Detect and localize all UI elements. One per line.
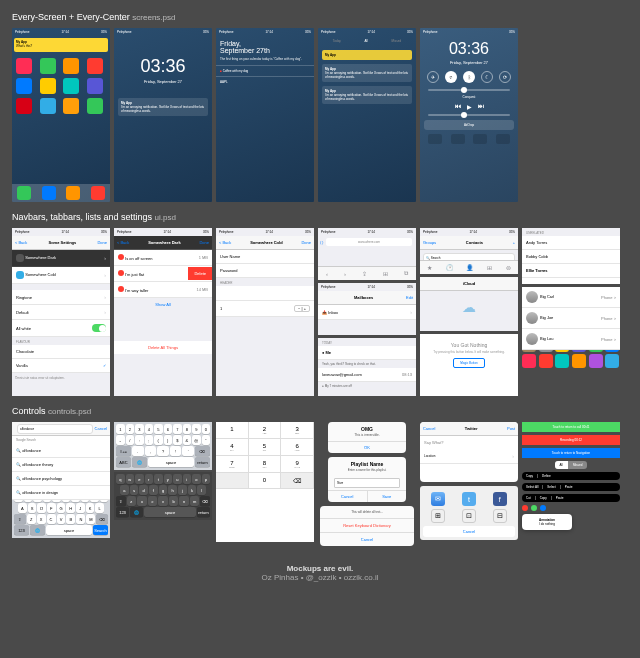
key[interactable]: N bbox=[76, 514, 85, 524]
select-action[interactable]: Select bbox=[543, 485, 560, 489]
add-button[interactable]: + bbox=[513, 240, 515, 245]
delete-button[interactable]: Delete bbox=[188, 267, 212, 280]
cancel-button[interactable]: Cancel bbox=[423, 526, 515, 537]
app-icon[interactable] bbox=[63, 58, 79, 74]
globe-key[interactable]: 🌐 bbox=[132, 457, 147, 467]
key[interactable]: J bbox=[76, 503, 85, 513]
space-key[interactable]: space bbox=[46, 525, 92, 535]
toggle-switch[interactable] bbox=[92, 324, 106, 332]
app-icon[interactable] bbox=[87, 98, 103, 114]
search-result[interactable]: 🔍 affordance theory bbox=[12, 458, 110, 472]
key[interactable]: x bbox=[137, 496, 147, 506]
numeric-key[interactable]: 123 bbox=[116, 507, 129, 517]
app-icon[interactable] bbox=[40, 98, 56, 114]
key[interactable]: : bbox=[135, 435, 144, 445]
voicemail-icon[interactable]: ⊚ bbox=[506, 264, 511, 271]
mail-share-icon[interactable]: ✉ bbox=[431, 492, 445, 506]
key[interactable]: 9 bbox=[192, 424, 201, 434]
globe-key[interactable]: 🌐 bbox=[30, 525, 45, 535]
keypad-icon[interactable]: ⊞ bbox=[487, 264, 492, 271]
keypad-5[interactable]: 5JKL bbox=[249, 439, 282, 455]
dock-icon[interactable] bbox=[17, 186, 31, 200]
action-icon[interactable]: ⊟ bbox=[493, 509, 507, 523]
key[interactable]: G bbox=[57, 503, 66, 513]
groups-button[interactable]: Groups bbox=[423, 240, 436, 245]
copy-action[interactable]: Copy bbox=[536, 496, 552, 500]
key[interactable]: b bbox=[169, 496, 179, 506]
key[interactable]: r bbox=[145, 474, 154, 484]
key[interactable]: 7 bbox=[173, 424, 182, 434]
key[interactable]: 6 bbox=[164, 424, 173, 434]
magic-button[interactable]: Magic Button bbox=[453, 358, 485, 368]
key[interactable]: d bbox=[139, 485, 148, 495]
key[interactable]: . bbox=[132, 446, 144, 456]
location-row[interactable]: Location› bbox=[420, 449, 518, 464]
return-key[interactable]: return bbox=[195, 457, 210, 467]
dock-icon[interactable] bbox=[42, 186, 56, 200]
contacts-icon[interactable]: 👤 bbox=[466, 264, 473, 271]
key[interactable]: 1 bbox=[116, 424, 125, 434]
globe-key[interactable]: 🌐 bbox=[130, 507, 143, 517]
app-icon[interactable] bbox=[63, 98, 79, 114]
done-button[interactable]: Done bbox=[97, 240, 107, 245]
reset-button[interactable]: Reset Keyboard Dictionary bbox=[320, 518, 414, 532]
backspace-key[interactable]: ⌫ bbox=[96, 514, 108, 524]
key[interactable]: l bbox=[197, 485, 206, 495]
mailbox-inbox[interactable]: 📥 Inbox› bbox=[318, 305, 416, 320]
post-button[interactable]: Post bbox=[507, 426, 515, 431]
home-notification-banner[interactable]: My AppWhat's this? bbox=[14, 38, 108, 52]
nc-calendar-item[interactable]: ■ Coffee with my dog bbox=[216, 65, 314, 76]
cancel-button[interactable]: Cancel bbox=[328, 491, 367, 502]
input-username[interactable]: User Name bbox=[216, 250, 314, 264]
slider[interactable] bbox=[220, 292, 300, 294]
lock-rotation-icon[interactable]: ⟳ bbox=[499, 71, 511, 83]
contact-row[interactable]: Andy Torres bbox=[522, 236, 620, 250]
key[interactable]: z bbox=[127, 496, 137, 506]
key[interactable]: m bbox=[190, 496, 200, 506]
keypad-9[interactable]: 9WXYZ bbox=[281, 456, 314, 472]
dnd-icon[interactable]: ☾ bbox=[481, 71, 493, 83]
backspace-key[interactable]: ⌫ bbox=[195, 446, 210, 456]
app-icon[interactable] bbox=[16, 78, 32, 94]
key[interactable]: u bbox=[173, 474, 182, 484]
brightness-slider[interactable] bbox=[428, 89, 510, 91]
next-icon[interactable]: ⏭ bbox=[478, 103, 484, 110]
symbols-key[interactable]: #+= bbox=[116, 446, 131, 456]
cancel-button[interactable]: Cancel bbox=[320, 532, 414, 546]
camera-icon[interactable] bbox=[496, 134, 510, 144]
tabs-icon[interactable]: ⧉ bbox=[404, 270, 408, 277]
airdrop-button[interactable]: AirDrop bbox=[424, 120, 514, 130]
seg-all[interactable]: All bbox=[555, 461, 568, 469]
key[interactable]: H bbox=[66, 503, 75, 513]
key[interactable]: g bbox=[159, 485, 168, 495]
key[interactable]: i bbox=[183, 474, 192, 484]
wifi-icon[interactable]: ᯤ bbox=[445, 71, 457, 83]
key[interactable]: M bbox=[86, 514, 95, 524]
calculator-icon[interactable] bbox=[473, 134, 487, 144]
list-item[interactable]: Chocolate bbox=[12, 345, 110, 359]
done-button[interactable]: Done bbox=[301, 240, 311, 245]
backspace-key[interactable]: ⌫ bbox=[200, 496, 210, 506]
keypad-6[interactable]: 6MNO bbox=[281, 439, 314, 455]
fav-row[interactable]: Big CarlPhone > bbox=[522, 287, 620, 308]
edit-button[interactable]: Edit bbox=[406, 295, 413, 300]
timer-icon[interactable] bbox=[451, 134, 465, 144]
action-icon[interactable]: ⊡ bbox=[462, 509, 476, 523]
cancel-button[interactable]: Cancel bbox=[423, 426, 435, 431]
key[interactable]: e bbox=[135, 474, 144, 484]
key[interactable]: 4 bbox=[145, 424, 154, 434]
key[interactable]: " bbox=[202, 435, 211, 445]
nc-notif[interactable]: My AppI'm an annoying notification. Got … bbox=[322, 64, 412, 82]
app-icon[interactable] bbox=[63, 78, 79, 94]
delete-all-button[interactable]: Delete All Things bbox=[114, 341, 212, 354]
done-button[interactable]: Done bbox=[199, 240, 209, 245]
key[interactable]: V bbox=[57, 514, 66, 524]
abc-key[interactable]: ABC bbox=[116, 457, 131, 467]
key[interactable]: & bbox=[183, 435, 192, 445]
key[interactable]: ) bbox=[164, 435, 173, 445]
return-key[interactable]: return bbox=[197, 507, 210, 517]
key[interactable]: ( bbox=[154, 435, 163, 445]
fwd-icon[interactable]: › bbox=[344, 271, 346, 277]
fav-row[interactable]: Big LouPhone > bbox=[522, 329, 620, 350]
key[interactable]: D bbox=[37, 503, 46, 513]
